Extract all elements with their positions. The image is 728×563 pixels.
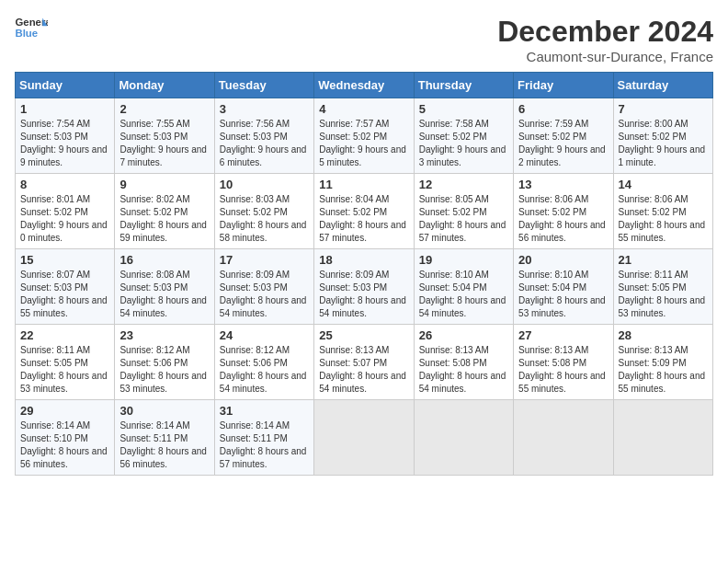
col-header-wednesday: Wednesday xyxy=(314,73,414,98)
col-header-friday: Friday xyxy=(514,73,613,98)
col-header-monday: Monday xyxy=(115,73,214,98)
day-cell: 4Sunrise: 7:57 AMSunset: 5:02 PMDaylight… xyxy=(314,98,414,174)
day-cell: 15Sunrise: 8:07 AMSunset: 5:03 PMDayligh… xyxy=(16,249,115,325)
day-cell xyxy=(314,400,414,476)
day-cell: 26Sunrise: 8:13 AMSunset: 5:08 PMDayligh… xyxy=(414,325,513,400)
page-header: General Blue December 2024 Caumont-sur-D… xyxy=(15,15,713,64)
day-cell xyxy=(514,400,613,476)
day-cell: 28Sunrise: 8:13 AMSunset: 5:09 PMDayligh… xyxy=(613,325,712,400)
title-block: December 2024 Caumont-sur-Durance, Franc… xyxy=(497,15,713,64)
location: Caumont-sur-Durance, France xyxy=(497,49,713,64)
day-cell: 19Sunrise: 8:10 AMSunset: 5:04 PMDayligh… xyxy=(414,249,513,325)
day-cell: 17Sunrise: 8:09 AMSunset: 5:03 PMDayligh… xyxy=(214,249,313,325)
col-header-tuesday: Tuesday xyxy=(214,73,313,98)
day-cell: 24Sunrise: 8:12 AMSunset: 5:06 PMDayligh… xyxy=(214,325,313,400)
day-cell: 5Sunrise: 7:58 AMSunset: 5:02 PMDaylight… xyxy=(414,98,513,174)
day-cell: 10Sunrise: 8:03 AMSunset: 5:02 PMDayligh… xyxy=(214,174,313,249)
day-cell: 21Sunrise: 8:11 AMSunset: 5:05 PMDayligh… xyxy=(613,249,712,325)
day-cell xyxy=(414,400,513,476)
day-cell xyxy=(613,400,712,476)
calendar-table: SundayMondayTuesdayWednesdayThursdayFrid… xyxy=(15,72,713,476)
col-header-sunday: Sunday xyxy=(16,73,115,98)
day-cell: 29Sunrise: 8:14 AMSunset: 5:10 PMDayligh… xyxy=(16,400,115,476)
day-cell: 18Sunrise: 8:09 AMSunset: 5:03 PMDayligh… xyxy=(314,249,414,325)
day-cell: 13Sunrise: 8:06 AMSunset: 5:02 PMDayligh… xyxy=(514,174,613,249)
col-header-saturday: Saturday xyxy=(613,73,712,98)
day-cell: 16Sunrise: 8:08 AMSunset: 5:03 PMDayligh… xyxy=(115,249,214,325)
day-cell: 1Sunrise: 7:54 AMSunset: 5:03 PMDaylight… xyxy=(16,98,115,174)
day-cell: 8Sunrise: 8:01 AMSunset: 5:02 PMDaylight… xyxy=(16,174,115,249)
day-cell: 7Sunrise: 8:00 AMSunset: 5:02 PMDaylight… xyxy=(613,98,712,174)
day-cell: 22Sunrise: 8:11 AMSunset: 5:05 PMDayligh… xyxy=(16,325,115,400)
day-cell: 14Sunrise: 8:06 AMSunset: 5:02 PMDayligh… xyxy=(613,174,712,249)
day-cell: 2Sunrise: 7:55 AMSunset: 5:03 PMDaylight… xyxy=(115,98,214,174)
day-cell: 12Sunrise: 8:05 AMSunset: 5:02 PMDayligh… xyxy=(414,174,513,249)
day-cell: 20Sunrise: 8:10 AMSunset: 5:04 PMDayligh… xyxy=(514,249,613,325)
day-cell: 9Sunrise: 8:02 AMSunset: 5:02 PMDaylight… xyxy=(115,174,214,249)
day-cell: 30Sunrise: 8:14 AMSunset: 5:11 PMDayligh… xyxy=(115,400,214,476)
day-cell: 11Sunrise: 8:04 AMSunset: 5:02 PMDayligh… xyxy=(314,174,414,249)
day-cell: 3Sunrise: 7:56 AMSunset: 5:03 PMDaylight… xyxy=(214,98,313,174)
day-cell: 27Sunrise: 8:13 AMSunset: 5:08 PMDayligh… xyxy=(514,325,613,400)
logo: General Blue xyxy=(15,15,48,40)
day-cell: 6Sunrise: 7:59 AMSunset: 5:02 PMDaylight… xyxy=(514,98,613,174)
logo-icon: General Blue xyxy=(15,15,48,40)
col-header-thursday: Thursday xyxy=(414,73,513,98)
day-cell: 25Sunrise: 8:13 AMSunset: 5:07 PMDayligh… xyxy=(314,325,414,400)
day-cell: 23Sunrise: 8:12 AMSunset: 5:06 PMDayligh… xyxy=(115,325,214,400)
month-title: December 2024 xyxy=(497,15,713,49)
day-cell: 31Sunrise: 8:14 AMSunset: 5:11 PMDayligh… xyxy=(214,400,313,476)
svg-text:Blue: Blue xyxy=(16,28,39,39)
